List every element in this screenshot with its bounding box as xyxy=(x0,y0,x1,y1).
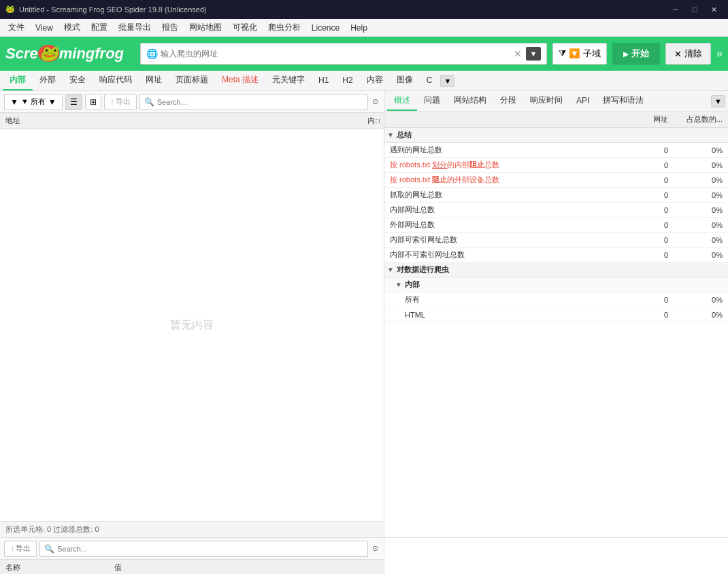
menu-file[interactable]: 文件 xyxy=(3,20,30,35)
lower-export-label: 导出 xyxy=(16,543,31,554)
maximize-button[interactable]: □ xyxy=(686,3,704,16)
menu-licence[interactable]: Licence xyxy=(306,20,345,35)
left-status-text: 所选单元格: 0 过滤器总数: 0 xyxy=(5,524,99,535)
app-icon: 🐸 xyxy=(5,5,15,14)
export-icon: ↑ xyxy=(10,544,14,554)
tab-response-code[interactable]: 响应代码 xyxy=(93,71,139,90)
table-header: 地址 内:↑ xyxy=(0,113,384,129)
right-tab-response-time[interactable]: 响应时间 xyxy=(523,92,569,111)
play-icon: ▶ xyxy=(623,50,629,58)
table-row[interactable]: 外部网址总数 0 0% xyxy=(384,218,728,233)
filter-dropdown-icon: ▼ xyxy=(48,97,56,107)
right-tab-more-button[interactable]: ▼ xyxy=(711,95,725,107)
right-table: 网址 占总数的... ▼ 总结 遇到的网址总数 0 0% 按 robots.tx… xyxy=(384,112,728,537)
menu-view[interactable]: View xyxy=(30,20,59,35)
tab-meta-desc[interactable]: Meta 描述 xyxy=(215,71,265,90)
top-tab-bar: 内部 外部 安全 响应代码 网址 页面标题 Meta 描述 元关键字 H1 H2… xyxy=(0,71,728,91)
table-row[interactable]: 内部不可索引网址总数 0 0% xyxy=(384,248,728,263)
menu-reports[interactable]: 报告 xyxy=(156,20,184,35)
section-toggle-summary[interactable]: ▼ xyxy=(387,131,394,139)
logo-text: Scre🐸mingfrog xyxy=(5,45,124,63)
lower-search-options-button[interactable]: ⊙ xyxy=(371,544,380,553)
start-button[interactable]: ▶ 开始 xyxy=(612,43,660,65)
url-dropdown-button[interactable]: ▼ xyxy=(526,47,542,61)
subsection-toggle-internal[interactable]: ▼ xyxy=(395,281,402,288)
col-internal-header: 内:↑ xyxy=(357,116,384,126)
url-input[interactable] xyxy=(161,49,510,58)
lower-filter-bar: ↑ 导出 🔍 ⊙ xyxy=(0,538,384,560)
tab-page-title[interactable]: 页面标题 xyxy=(169,71,215,90)
menu-config[interactable]: 配置 xyxy=(86,20,113,35)
tab-url[interactable]: 网址 xyxy=(139,71,169,90)
row-url: 0 xyxy=(619,176,674,184)
url-clear-button[interactable]: ✕ xyxy=(512,47,523,61)
filter-icon: ▼ xyxy=(10,97,18,107)
url-bar[interactable]: 🌐 ✕ ▼ xyxy=(140,43,547,65)
tab-content[interactable]: 内容 xyxy=(360,71,390,90)
right-panel: 概述 问题 网站结构 分段 响应时间 API 拼写和语法 ▼ 网址 占总数的..… xyxy=(384,91,728,537)
tab-more-button[interactable]: ▼ xyxy=(440,75,454,87)
right-tab-issues[interactable]: 问题 xyxy=(417,92,447,111)
table-row[interactable]: 遇到的网址总数 0 0% xyxy=(384,143,728,158)
subdomain-button[interactable]: ⧩ 🔽 子域 xyxy=(552,43,607,65)
lower-search-box[interactable]: 🔍 xyxy=(39,541,368,557)
row-pct: 0% xyxy=(674,206,728,214)
row-url: 0 xyxy=(619,251,674,259)
row-pct: 0% xyxy=(674,221,728,229)
lower-export-button[interactable]: ↑ 导出 xyxy=(4,541,37,557)
table-row[interactable]: 内部网址总数 0 0% xyxy=(384,203,728,218)
section-summary[interactable]: ▼ 总结 xyxy=(384,128,728,143)
subsection-label-internal: 内部 xyxy=(405,280,420,290)
table-row[interactable]: HTML 0 0% xyxy=(384,307,728,322)
tab-meta-keywords[interactable]: 元关键字 xyxy=(265,71,312,90)
tab-h2[interactable]: H2 xyxy=(335,71,359,90)
right-tab-site-structure[interactable]: 网站结构 xyxy=(447,92,493,111)
right-tab-overview[interactable]: 概述 xyxy=(387,92,417,111)
tab-security[interactable]: 安全 xyxy=(63,71,93,90)
search-options-button[interactable]: ⊙ xyxy=(371,97,380,106)
row-pct: 0% xyxy=(674,176,728,184)
tab-internal[interactable]: 内部 xyxy=(3,71,33,90)
export-button[interactable]: ↑ 导出 xyxy=(104,94,137,110)
row-name: 内部不可索引网址总数 xyxy=(384,250,619,260)
tree-view-button[interactable]: ⊞ xyxy=(85,94,101,110)
row-name: 内部网址总数 xyxy=(384,205,619,215)
tab-external[interactable]: 外部 xyxy=(33,71,63,90)
table-row[interactable]: 按 robots.txt 划分的内部阻止总数 0 0% xyxy=(384,158,728,173)
row-pct: 0% xyxy=(674,236,728,244)
tab-more-c[interactable]: C xyxy=(420,71,440,90)
table-row[interactable]: 按 robots.txt 阻止的外部设备总数 0 0% xyxy=(384,173,728,188)
list-view-button[interactable]: ☰ xyxy=(65,94,82,110)
menu-visualization[interactable]: 可视化 xyxy=(227,20,263,35)
clear-button[interactable]: ✕ 清除 xyxy=(665,43,711,65)
search-box[interactable]: 🔍 xyxy=(139,94,368,110)
header-more-button[interactable]: » xyxy=(716,48,723,60)
menu-help[interactable]: Help xyxy=(345,20,373,35)
tab-images[interactable]: 图像 xyxy=(390,71,420,90)
table-row[interactable]: 所有 0 0% xyxy=(384,292,728,307)
table-row[interactable]: 抓取的网址总数 0 0% xyxy=(384,188,728,203)
row-name: 所有 xyxy=(384,294,619,305)
tab-h1[interactable]: H1 xyxy=(312,71,335,90)
close-button[interactable]: ✕ xyxy=(705,3,723,16)
section-crawl-data[interactable]: ▼ 对数据进行爬虫 xyxy=(384,263,728,277)
minimize-button[interactable]: ─ xyxy=(667,3,684,16)
menu-sitemap[interactable]: 网站地图 xyxy=(184,20,227,35)
menu-bulk-export[interactable]: 批量导出 xyxy=(113,20,156,35)
section-toggle-crawl[interactable]: ▼ xyxy=(387,266,394,273)
filter-button[interactable]: ▼ ▼ 所有 ▼ xyxy=(4,94,63,110)
table-row[interactable]: 内部可索引网址总数 0 0% xyxy=(384,233,728,248)
lower-search-input[interactable] xyxy=(57,545,363,553)
right-tab-segments[interactable]: 分段 xyxy=(493,92,523,111)
subsection-internal[interactable]: ▼ 内部 xyxy=(384,277,728,292)
menu-mode[interactable]: 模式 xyxy=(59,20,86,35)
row-name: 外部网址总数 xyxy=(384,220,619,230)
right-tab-spelling[interactable]: 拼写和语法 xyxy=(596,92,650,111)
menu-bar: 文件 View 模式 配置 批量导出 报告 网站地图 可视化 爬虫分析 Lice… xyxy=(0,19,728,37)
chart-area: 单击 SEO 元素以显示图表。 xyxy=(384,538,728,574)
menu-crawl-analysis[interactable]: 爬虫分析 xyxy=(263,20,306,35)
search-input[interactable] xyxy=(157,98,363,106)
row-url: 0 xyxy=(619,146,674,154)
clear-icon: ✕ xyxy=(674,49,682,59)
right-tab-api[interactable]: API xyxy=(569,92,596,111)
